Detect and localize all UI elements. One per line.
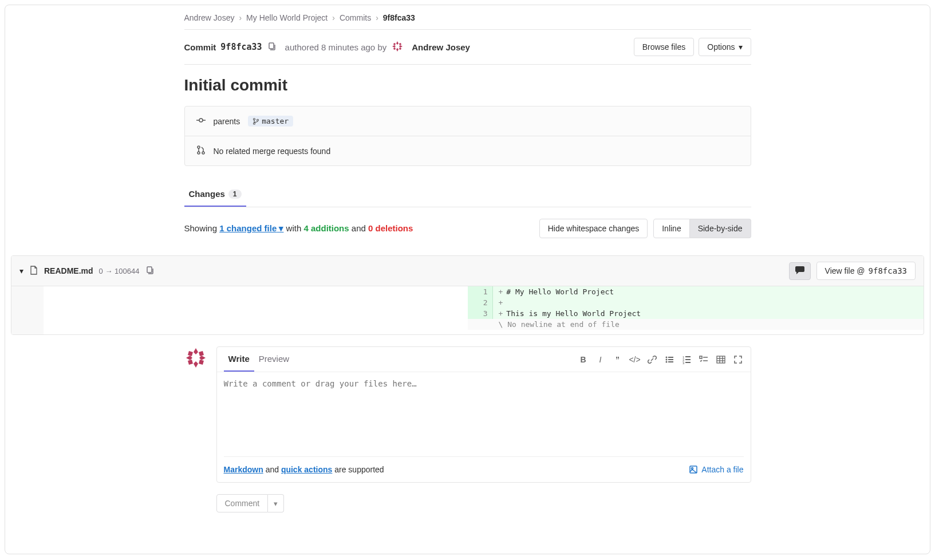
bold-icon[interactable]: B (578, 354, 589, 365)
svg-marker-7 (393, 48, 396, 50)
quick-actions-link[interactable]: quick actions (281, 465, 332, 474)
copy-sha-icon[interactable] (267, 42, 276, 53)
parents-label: parents (214, 117, 240, 126)
svg-point-28 (665, 358, 667, 360)
comment-button[interactable]: Comment (216, 494, 269, 512)
comment-dropdown-button[interactable]: ▾ (268, 494, 284, 512)
svg-marker-24 (199, 351, 204, 356)
markdown-hint: Markdown and quick actions are supported (224, 465, 384, 474)
breadcrumb-project[interactable]: My Hello World Project (246, 13, 328, 22)
svg-marker-5 (393, 43, 396, 45)
svg-point-13 (254, 123, 255, 124)
code-icon[interactable]: </> (629, 354, 641, 365)
bullet-list-icon[interactable] (664, 354, 675, 365)
browse-files-button[interactable]: Browse files (634, 38, 694, 56)
deletions-count: 0 deletions (368, 223, 413, 233)
tab-preview[interactable]: Preview (254, 347, 294, 372)
svg-point-14 (257, 119, 259, 121)
chevron-right-icon: › (376, 13, 378, 22)
branch-pill[interactable]: master (248, 116, 293, 127)
view-file-button[interactable]: View file @ 9f8fca33 (816, 262, 916, 280)
svg-point-48 (692, 468, 693, 470)
comment-textarea[interactable] (224, 379, 744, 448)
avatar (184, 346, 207, 483)
breadcrumb-user[interactable]: Andrew Josey (184, 13, 235, 22)
chevron-down-icon[interactable]: ▾ (19, 266, 23, 275)
attach-file-button[interactable]: Attach a file (689, 465, 743, 474)
tab-changes[interactable]: Changes 1 (184, 182, 246, 207)
diff-filename[interactable]: README.md (44, 266, 93, 275)
file-mode-change: 0 → 100644 (99, 267, 140, 275)
toggle-comments-button[interactable] (789, 262, 811, 280)
diff-line[interactable]: 2+ (468, 297, 924, 308)
file-icon (29, 266, 38, 277)
svg-marker-1 (396, 41, 399, 45)
svg-point-9 (199, 119, 203, 122)
svg-marker-4 (399, 45, 403, 48)
svg-point-17 (202, 152, 204, 154)
svg-rect-42 (717, 356, 725, 363)
fullscreen-icon[interactable] (732, 354, 744, 365)
options-button[interactable]: Options ▾ (699, 38, 751, 56)
quote-icon[interactable]: ” (612, 354, 624, 365)
author-name[interactable]: Andrew Josey (412, 42, 470, 52)
markdown-link[interactable]: Markdown (224, 465, 263, 474)
svg-marker-25 (188, 360, 193, 365)
diff-old-side (11, 286, 468, 334)
side-by-side-view-button[interactable]: Side-by-side (690, 219, 751, 238)
commit-header: Commit 9f8fca33 authored 8 minutes ago b… (184, 29, 751, 65)
no-newline-notice: \ No newline at end of file (468, 319, 924, 330)
diff-new-side: 1+# My Hello World Project 2+ 3+This is … (468, 286, 924, 334)
svg-rect-31 (668, 359, 673, 360)
svg-rect-38 (685, 362, 691, 363)
breadcrumb-current: 9f8fca33 (383, 13, 415, 22)
svg-rect-30 (668, 357, 673, 358)
additions-count: 4 additions (303, 223, 349, 233)
svg-point-29 (665, 361, 667, 362)
diff-view-toggle: Inline Side-by-side (653, 219, 751, 238)
svg-marker-2 (396, 48, 399, 52)
svg-point-16 (198, 152, 200, 154)
no-merge-requests: No related merge requests found (214, 147, 331, 156)
chevron-down-icon: ▾ (739, 42, 743, 52)
merge-request-icon (196, 145, 206, 156)
link-icon[interactable] (646, 354, 658, 365)
italic-icon[interactable]: I (595, 354, 606, 365)
task-list-icon[interactable] (698, 354, 709, 365)
svg-rect-32 (668, 361, 673, 362)
svg-rect-37 (685, 359, 691, 360)
tabs: Changes 1 (184, 182, 751, 207)
svg-rect-0 (269, 43, 274, 49)
svg-marker-26 (199, 360, 204, 365)
commit-sha: 9f8fca33 (220, 42, 262, 52)
svg-point-12 (254, 118, 255, 120)
authored-label: authored 8 minutes ago by (285, 42, 387, 52)
commit-title: Initial commit (184, 65, 751, 106)
svg-text:3: 3 (682, 361, 685, 364)
breadcrumb: Andrew Josey › My Hello World Project › … (184, 11, 751, 29)
avatar (391, 40, 404, 54)
commit-icon (196, 116, 206, 127)
svg-rect-39 (700, 356, 702, 358)
diff-summary: Showing 1 changed file ▾ with 4 addition… (184, 223, 413, 234)
table-icon[interactable] (715, 354, 727, 365)
svg-point-15 (198, 146, 200, 148)
inline-view-button[interactable]: Inline (653, 219, 689, 238)
svg-marker-19 (194, 348, 198, 354)
svg-marker-6 (399, 43, 401, 45)
breadcrumb-commits[interactable]: Commits (340, 13, 371, 22)
svg-rect-18 (147, 267, 152, 273)
svg-marker-20 (194, 361, 198, 368)
copy-path-icon[interactable] (145, 266, 154, 277)
hide-whitespace-button[interactable]: Hide whitespace changes (539, 219, 648, 238)
tab-write[interactable]: Write (224, 347, 254, 372)
diff-line[interactable]: 3+This is my Hello World Project (468, 308, 924, 319)
svg-marker-8 (399, 48, 401, 50)
numbered-list-icon[interactable]: 123 (681, 354, 692, 365)
changed-files-dropdown[interactable]: 1 changed file ▾ (219, 223, 283, 233)
svg-marker-23 (188, 351, 193, 356)
comment-box: Write Preview B I ” </> 123 Markdown and (216, 346, 751, 483)
diff-line[interactable]: 1+# My Hello World Project (468, 286, 924, 297)
diff-file: ▾ README.md 0 → 100644 View file @ 9f8fc… (11, 255, 924, 335)
svg-marker-3 (392, 45, 396, 48)
